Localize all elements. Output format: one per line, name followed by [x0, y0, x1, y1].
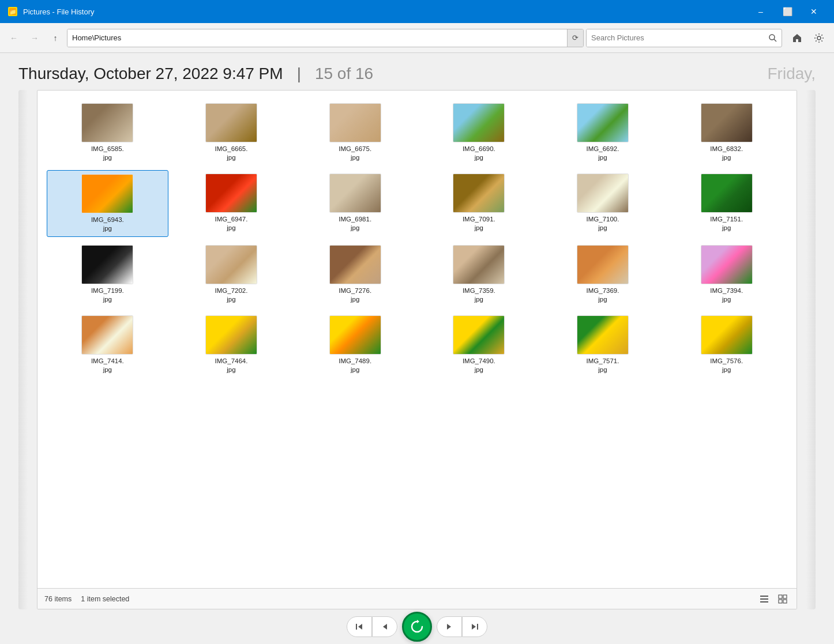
- grid-view-button[interactable]: [776, 592, 790, 606]
- date-separator: |: [297, 65, 301, 83]
- list-item[interactable]: IMG_7394.jpg: [666, 242, 787, 307]
- prev-button[interactable]: [372, 616, 397, 637]
- file-thumbnail: [453, 245, 505, 284]
- first-icon: [355, 622, 364, 631]
- settings-button[interactable]: [809, 29, 829, 47]
- main-area: IMG_6585.jpgIMG_6665.jpgIMG_6675.jpgIMG_…: [0, 90, 834, 609]
- file-thumbnail: [701, 103, 753, 142]
- list-item[interactable]: IMG_7369.jpg: [542, 242, 664, 307]
- svg-rect-10: [783, 595, 787, 598]
- search-icon: [768, 33, 777, 43]
- file-thumbnail: [205, 103, 257, 142]
- minimize-button[interactable]: –: [747, 0, 774, 23]
- list-item[interactable]: IMG_7571.jpg: [542, 312, 664, 378]
- file-thumbnail: [329, 315, 381, 355]
- file-name: IMG_7490.jpg: [463, 357, 495, 374]
- list-item[interactable]: IMG_7464.jpg: [171, 312, 292, 378]
- list-item[interactable]: IMG_7276.jpg: [294, 242, 416, 307]
- last-button[interactable]: [462, 616, 487, 637]
- svg-point-3: [769, 35, 775, 40]
- home-button[interactable]: [787, 29, 807, 47]
- file-name: IMG_6665.jpg: [215, 145, 248, 162]
- file-name: IMG_7151.jpg: [710, 215, 743, 232]
- next-icon: [445, 622, 454, 631]
- svg-rect-13: [356, 624, 357, 630]
- file-grid: IMG_6585.jpgIMG_6665.jpgIMG_6675.jpgIMG_…: [37, 91, 797, 588]
- list-item[interactable]: IMG_7151.jpg: [666, 170, 787, 237]
- svg-point-5: [817, 36, 821, 40]
- search-button[interactable]: [764, 29, 782, 47]
- file-thumbnail: [205, 174, 257, 213]
- svg-rect-18: [477, 624, 478, 630]
- file-name: IMG_7464.jpg: [215, 357, 248, 374]
- list-item[interactable]: IMG_6692.jpg: [542, 100, 664, 165]
- file-name: IMG_6943.jpg: [91, 216, 124, 233]
- date-counter: 15 of 16: [315, 65, 373, 83]
- selection-status: 1 item selected: [81, 595, 129, 603]
- search-input[interactable]: [587, 29, 764, 47]
- refresh-button[interactable]: ⟳: [567, 29, 583, 47]
- list-item[interactable]: IMG_7576.jpg: [666, 312, 787, 378]
- list-item[interactable]: IMG_6832.jpg: [666, 100, 787, 165]
- file-name: IMG_7359.jpg: [463, 287, 495, 304]
- right-shadow: [806, 90, 816, 609]
- home-icon: [792, 33, 802, 43]
- list-item[interactable]: IMG_6943.jpg: [47, 170, 168, 237]
- list-item[interactable]: IMG_7414.jpg: [47, 312, 168, 378]
- file-thumbnail: [81, 174, 133, 213]
- last-icon: [470, 622, 479, 631]
- up-button[interactable]: ↑: [46, 29, 65, 47]
- list-item[interactable]: IMG_6981.jpg: [294, 170, 416, 237]
- file-name: IMG_6947.jpg: [215, 215, 248, 232]
- file-thumbnail: [701, 315, 753, 355]
- gear-icon: [814, 33, 824, 43]
- file-thumbnail: [701, 174, 753, 213]
- nav-group: [347, 616, 397, 637]
- file-thumbnail: [205, 315, 257, 355]
- file-thumbnail: [577, 315, 629, 355]
- file-name: IMG_6832.jpg: [710, 145, 743, 162]
- close-button[interactable]: ✕: [801, 0, 827, 23]
- title-bar: 📁 Pictures - File History – ⬜ ✕: [0, 0, 834, 23]
- list-view-button[interactable]: [757, 592, 771, 606]
- list-item[interactable]: IMG_7202.jpg: [171, 242, 292, 307]
- grid-view-icon: [778, 594, 787, 604]
- file-name: IMG_6585.jpg: [91, 145, 124, 162]
- file-thumbnail: [701, 245, 753, 284]
- file-name: IMG_6692.jpg: [587, 145, 619, 162]
- list-item[interactable]: IMG_7100.jpg: [542, 170, 664, 237]
- svg-rect-8: [760, 601, 768, 602]
- list-item[interactable]: IMG_7091.jpg: [418, 170, 540, 237]
- svg-rect-9: [779, 595, 782, 598]
- svg-rect-7: [760, 598, 768, 600]
- list-item[interactable]: IMG_6947.jpg: [171, 170, 292, 237]
- file-thumbnail: [577, 103, 629, 142]
- file-thumbnail: [453, 103, 505, 142]
- list-item[interactable]: IMG_7489.jpg: [294, 312, 416, 378]
- address-input[interactable]: [67, 29, 567, 47]
- svg-marker-17: [447, 624, 451, 630]
- list-item[interactable]: IMG_7359.jpg: [418, 242, 540, 307]
- status-bar: 76 items 1 item selected: [37, 588, 797, 609]
- file-panel: IMG_6585.jpgIMG_6665.jpgIMG_6675.jpgIMG_…: [37, 90, 797, 609]
- restore-icon: [410, 619, 424, 634]
- back-button[interactable]: ←: [5, 29, 23, 47]
- maximize-button[interactable]: ⬜: [774, 0, 801, 23]
- list-item[interactable]: IMG_6665.jpg: [171, 100, 292, 165]
- svg-marker-15: [383, 624, 387, 630]
- file-name: IMG_7202.jpg: [215, 287, 248, 304]
- list-item[interactable]: IMG_6585.jpg: [47, 100, 168, 165]
- list-item[interactable]: IMG_6690.jpg: [418, 100, 540, 165]
- next-button[interactable]: [437, 616, 462, 637]
- list-item[interactable]: IMG_6675.jpg: [294, 100, 416, 165]
- file-thumbnail: [577, 245, 629, 284]
- first-button[interactable]: [347, 616, 372, 637]
- prev-icon: [380, 622, 389, 631]
- list-item[interactable]: IMG_7490.jpg: [418, 312, 540, 378]
- forward-button[interactable]: →: [25, 29, 44, 47]
- list-item[interactable]: IMG_7199.jpg: [47, 242, 168, 307]
- svg-text:📁: 📁: [9, 8, 17, 16]
- file-thumbnail: [329, 174, 381, 213]
- restore-button[interactable]: [402, 612, 432, 642]
- svg-rect-11: [779, 600, 782, 603]
